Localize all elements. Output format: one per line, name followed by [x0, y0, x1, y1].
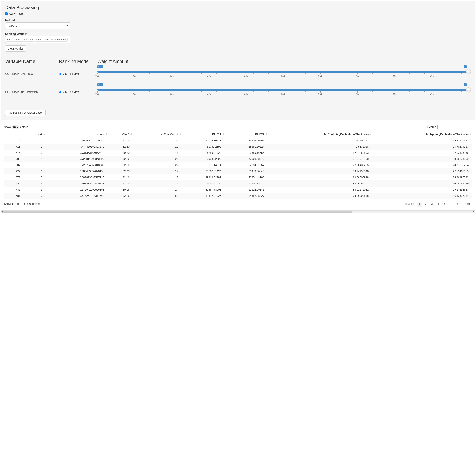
- sort-icon: ▲▼: [131, 133, 133, 135]
- pagination-page-57[interactable]: 57: [455, 201, 462, 206]
- sort-icon: ▲▼: [179, 133, 181, 135]
- table-row[interactable]: 27370.68282363351791532-161829816.027877…: [4, 174, 472, 180]
- table-row[interactable]: 43680.6791301045923732-16830614.25368080…: [4, 180, 472, 186]
- scroll-left-arrow-icon[interactable]: ◀: [1, 211, 3, 212]
- mode-radio-label: Max: [74, 72, 79, 76]
- apply-filters-checkbox[interactable]: [5, 12, 8, 15]
- cell-e11: 31782.2896: [182, 144, 225, 150]
- sort-icon: ▲▼: [370, 133, 372, 135]
- cell-elem: 12: [133, 168, 182, 174]
- slider-tick-labels: 0.010.110.210.310.410.510.610.710.810.91…: [97, 75, 469, 77]
- table-row[interactable]: 44690.67694109052615330-162431367.780085…: [4, 186, 472, 193]
- cell-tip: 28.70274167: [372, 144, 472, 150]
- cell-root: 78.26099538: [268, 193, 372, 199]
- table-row[interactable]: 47630.73136316505244230-204726259.813288…: [4, 150, 472, 156]
- cell-tip: 22.02325166: [372, 150, 472, 156]
- cell-rank: 5: [24, 162, 46, 168]
- cell-rank: 9: [24, 186, 46, 193]
- mode-radio-min[interactable]: Min: [59, 72, 67, 76]
- cell-idx: 222: [4, 168, 24, 174]
- cell-root: 90.56586361: [268, 180, 372, 186]
- table-row[interactable]: 38840.72981130234392532-162329984.522934…: [4, 156, 472, 162]
- cell-rank: 4: [24, 156, 46, 162]
- method-select-value: TOPSIS: [7, 23, 17, 29]
- mode-radio-input[interactable]: [59, 91, 61, 93]
- mode-radio-max[interactable]: Max: [70, 72, 79, 76]
- cell-e22: 52614.09141: [225, 186, 268, 193]
- col-header-CfgID[interactable]: CfgID▲▼: [108, 131, 133, 137]
- cell-cfg: 32-20: [108, 168, 133, 174]
- table-row[interactable]: 57810.78688447010054532-163031653.963712…: [4, 137, 472, 144]
- scrollbar-thumb[interactable]: [1, 211, 352, 213]
- cell-elem: 58: [133, 193, 182, 199]
- col-header-IN_Tip_AvgCapMaterialThickness[interactable]: IN_Tip_AvgCapMaterialThickness▲▼: [372, 131, 472, 137]
- table-scroll[interactable]: ▲▼rank▲▼score▲▼CfgID▲▼IN_ElemCount▲▼IN_E…: [4, 131, 472, 199]
- cell-e11: 29816.02787: [182, 174, 225, 180]
- sort-icon: ▲▼: [106, 133, 107, 135]
- cell-cfg: 32-16: [108, 174, 133, 180]
- pagination-page-1[interactable]: 1: [417, 201, 423, 207]
- cell-e22: 31479.60846: [225, 168, 268, 174]
- variable-grid: Variable Name Ranking Mode Weight Amount…: [5, 59, 471, 101]
- cell-score: 0.67913010459237: [46, 180, 108, 186]
- col-header-IN_ElemCount[interactable]: IN_ElemCount▲▼: [133, 131, 182, 137]
- search-input[interactable]: [437, 125, 472, 129]
- weight-slider[interactable]: 0.0110.010.110.210.310.410.510.610.710.8…: [97, 84, 469, 100]
- horizontal-scrollbar[interactable]: ◀ ▶: [1, 210, 475, 213]
- mode-radio-input[interactable]: [70, 73, 73, 75]
- mode-radio-max[interactable]: Max: [70, 90, 79, 93]
- mode-radio-label: Min: [62, 90, 67, 93]
- method-select[interactable]: TOPSIS: [5, 22, 70, 29]
- weight-slider[interactable]: 0.0110.010.110.210.310.410.510.610.710.8…: [97, 66, 469, 82]
- cell-cfg: 30-20: [108, 150, 133, 156]
- cell-root: 80.406242: [268, 137, 372, 144]
- slider-track[interactable]: [97, 89, 469, 91]
- cell-elem: 23: [133, 156, 182, 162]
- mode-radio-label: Min: [62, 72, 67, 76]
- table-row[interactable]: 481100.67426724431466232-165831612.07926…: [4, 193, 472, 199]
- cell-idx: 578: [4, 137, 24, 144]
- pagination-page-5[interactable]: 5: [442, 201, 447, 206]
- table-row[interactable]: 22260.68345989707819532-201230767.014243…: [4, 168, 472, 174]
- col-header-IN_Root_AvgCapMaterialThickness[interactable]: IN_Root_AvgCapMaterialThickness▲▼: [268, 131, 372, 137]
- cell-e22: 72851.43986: [225, 174, 268, 180]
- mode-radio-input[interactable]: [70, 91, 73, 93]
- metric-tag[interactable]: OUT_Blade_Tip_Deflection: [35, 38, 68, 42]
- table-header-row: ▲▼rank▲▼score▲▼CfgID▲▼IN_ElemCount▲▼IN_E…: [4, 131, 472, 137]
- scroll-right-arrow-icon[interactable]: ▶: [473, 211, 475, 212]
- cell-idx: 481: [4, 193, 24, 199]
- cell-e22: 89689.16654: [225, 150, 268, 156]
- col-header-IN_E22[interactable]: IN_E22▲▼: [225, 131, 268, 137]
- cell-tip: 28.08134832: [372, 156, 472, 162]
- clear-metrics-button[interactable]: Clear Metrics: [5, 45, 26, 52]
- cell-e22: 80807.73626: [225, 180, 268, 186]
- pagination-next[interactable]: Next: [463, 201, 472, 206]
- slider-min-badge: 0.01: [97, 83, 103, 86]
- metric-tag[interactable]: OUT_Blade_Cost_Total: [6, 38, 35, 42]
- table-row[interactable]: 41320.7446056080353232-201231782.2896185…: [4, 144, 472, 150]
- col-header-score[interactable]: score▲▼: [46, 131, 108, 137]
- mode-radio-min[interactable]: Min: [59, 90, 67, 93]
- slider-ticks: [97, 91, 469, 92]
- cell-idx: 446: [4, 186, 24, 193]
- cell-e11: 30767.01424: [182, 168, 225, 174]
- table-search-control: Search:: [427, 125, 472, 129]
- entries-select[interactable]: 10: [11, 125, 19, 129]
- pagination-page-3[interactable]: 3: [429, 201, 435, 206]
- pagination-page-2[interactable]: 2: [423, 201, 429, 206]
- slider-track[interactable]: [97, 71, 469, 73]
- variable-name: OUT_Blade_Tip_Deflection: [5, 90, 59, 93]
- cell-cfg: 32-16: [108, 137, 133, 144]
- table-length-control: Show 10 entries: [4, 125, 28, 129]
- cell-elem: 47: [133, 150, 182, 156]
- table-row[interactable]: 50750.72970455834833832-162731111.140748…: [4, 162, 472, 168]
- apply-filters-row[interactable]: Apply Filters: [5, 12, 471, 15]
- cell-rank: 8: [24, 180, 46, 186]
- mode-radio-input[interactable]: [59, 73, 61, 75]
- add-ranking-button[interactable]: Add Ranking as Classification: [5, 110, 46, 116]
- col-header-rank[interactable]: rank▲▼: [24, 131, 46, 137]
- ranking-metrics-input[interactable]: OUT_Blade_Cost_TotalOUT_Blade_Tip_Deflec…: [5, 36, 70, 43]
- pagination-page-4[interactable]: 4: [435, 201, 441, 206]
- col-header-IN_E11[interactable]: IN_E11▲▼: [182, 131, 225, 137]
- table-footer: Showing 1 to 10 of 569 entries Previous1…: [4, 201, 472, 207]
